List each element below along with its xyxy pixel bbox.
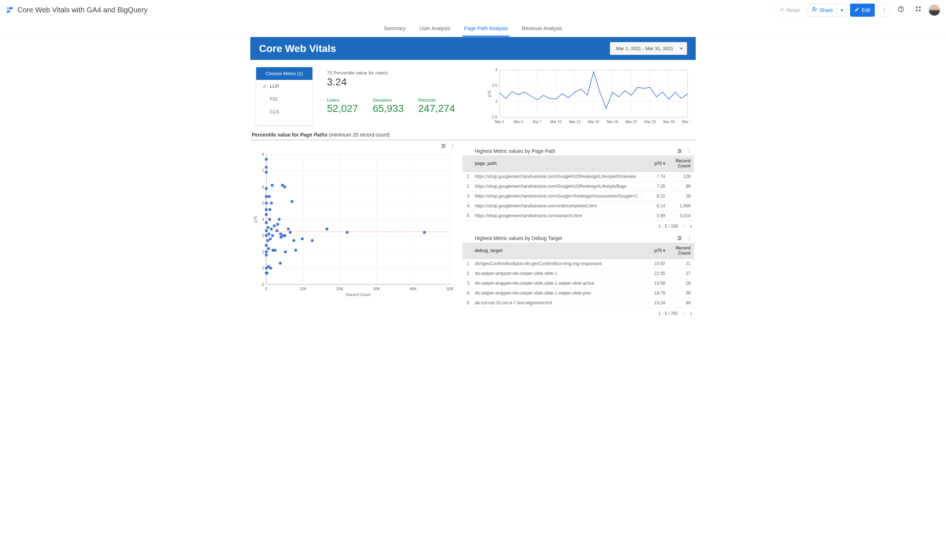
- tab-user-analysis[interactable]: User Analysis: [418, 21, 452, 37]
- more-menu-button[interactable]: ⋮: [878, 4, 891, 17]
- tab-page-path-analysis[interactable]: Page Path Analysis: [462, 21, 509, 37]
- pencil-icon: [854, 7, 860, 13]
- svg-text:2: 2: [262, 250, 264, 254]
- pager-prev[interactable]: ‹: [683, 223, 685, 229]
- svg-point-92: [274, 249, 276, 252]
- svg-point-134: [265, 158, 268, 160]
- pager-next[interactable]: ›: [690, 223, 692, 229]
- table-row[interactable]: 3. https://shop.googlemerchandisestore.c…: [462, 191, 694, 201]
- svg-point-113: [273, 225, 276, 227]
- svg-point-122: [268, 208, 271, 211]
- pager-next[interactable]: ›: [690, 310, 692, 317]
- table-row[interactable]: 2. div.swiper-wrapper>div.swiper-slide.s…: [462, 269, 694, 278]
- p75-scatter-chart: 012345678010K20K30K40K50Kp75Record Count: [252, 151, 454, 297]
- table-settings-icon[interactable]: [677, 148, 683, 155]
- svg-point-97: [266, 239, 269, 242]
- p75-timeseries-chart: 2.533.54Mar 1Mar 4Mar 7Mar 10Mar 13Mar 1…: [487, 67, 690, 125]
- svg-point-46: [442, 144, 444, 145]
- table-row[interactable]: 4. div.swiper-wrapper>div.swiper-slide.s…: [462, 288, 694, 298]
- svg-text:Mar 28: Mar 28: [663, 120, 675, 124]
- metric-option-cls[interactable]: CLS: [256, 105, 313, 118]
- svg-point-0: [7, 7, 9, 9]
- col-p75[interactable]: p75 ▾: [646, 155, 669, 172]
- svg-point-87: [279, 262, 282, 265]
- table-row[interactable]: 5. https://shop.googlemerchandisestore.c…: [462, 211, 694, 221]
- svg-point-132: [265, 171, 268, 174]
- edit-button[interactable]: Edit: [850, 4, 875, 17]
- svg-point-148: [679, 237, 680, 237]
- help-button[interactable]: [894, 3, 908, 17]
- table-row[interactable]: 4. https://shop.googlemerchandisestore.c…: [462, 201, 694, 211]
- table1-title: Highest Metric values by Page Path: [475, 148, 694, 154]
- svg-point-144: [678, 152, 679, 153]
- share-split-button[interactable]: Share ▾: [807, 4, 847, 17]
- svg-point-90: [267, 247, 270, 250]
- report-tabs: Summary User Analysis Page Path Analysis…: [0, 20, 946, 37]
- svg-point-126: [265, 195, 268, 198]
- percentile-label: 75 Percentile value for metric: [327, 70, 455, 75]
- metric-option-label: LCP: [270, 83, 279, 89]
- svg-point-135: [346, 231, 349, 234]
- svg-text:3: 3: [495, 99, 497, 103]
- col-record-count[interactable]: Record Count: [669, 155, 694, 172]
- svg-text:Mar 1: Mar 1: [495, 120, 504, 124]
- date-range-picker[interactable]: Mar 1, 2021 - Mar 31, 2021: [610, 42, 687, 55]
- share-dropdown-button[interactable]: ▾: [837, 4, 847, 16]
- svg-text:30K: 30K: [373, 286, 381, 291]
- table-row[interactable]: 1. div#geoConfirmBoxBack>div.geoConfirmB…: [462, 259, 694, 269]
- metric-option-fid[interactable]: FID: [256, 92, 313, 105]
- tab-summary[interactable]: Summary: [382, 21, 407, 37]
- svg-text:Mar 4: Mar 4: [514, 120, 523, 124]
- svg-point-96: [265, 244, 268, 247]
- col-p75[interactable]: p75 ▾: [645, 243, 669, 259]
- kpi-records-value: 247,274: [418, 103, 455, 114]
- col-record-count[interactable]: Record Count: [669, 243, 694, 259]
- top-bar: Core Web Vitals with GA4 and BigQuery ↶ …: [0, 0, 946, 20]
- svg-rect-1: [9, 7, 13, 9]
- svg-text:4: 4: [262, 217, 264, 222]
- chart-more-icon[interactable]: ⋮: [450, 143, 455, 150]
- svg-text:p75: p75: [487, 91, 491, 97]
- kpi-records-label: Records: [418, 97, 455, 103]
- svg-text:7: 7: [262, 169, 264, 173]
- svg-point-4: [813, 7, 815, 9]
- svg-point-101: [271, 234, 274, 237]
- metric-picker-header: Choose Metric (1): [256, 67, 313, 80]
- table-row[interactable]: 3. div.swiper-wrapper>div.swiper-slide.s…: [462, 278, 694, 288]
- svg-point-6: [901, 11, 901, 11]
- account-avatar[interactable]: [929, 5, 940, 16]
- svg-rect-10: [919, 10, 921, 12]
- svg-point-109: [311, 239, 314, 242]
- section-title: Percentile value for Page Paths (minimum…: [250, 125, 696, 140]
- chart-settings-icon[interactable]: [441, 143, 447, 150]
- more-vert-icon: ⋮: [882, 7, 887, 13]
- table-row[interactable]: 2. https://shop.googlemerchandisestore.c…: [462, 182, 694, 191]
- svg-text:10K: 10K: [299, 286, 307, 291]
- table-debug-target: ⋮ Highest Metric values by Debug Target …: [462, 235, 694, 319]
- table-row[interactable]: 5. div.col-md-10.col-xl-7.text-alignment…: [462, 298, 694, 308]
- svg-rect-3: [7, 10, 11, 12]
- metric-option-lcp[interactable]: ✓ LCP: [256, 80, 313, 92]
- table-more-icon[interactable]: ⋮: [687, 148, 692, 155]
- table-more-icon[interactable]: ⋮: [687, 235, 692, 242]
- sort-desc-icon: ▾: [663, 248, 665, 253]
- svg-point-136: [423, 231, 426, 234]
- svg-point-111: [267, 226, 270, 229]
- col-debug-target[interactable]: debug_target: [471, 243, 645, 259]
- svg-point-124: [270, 202, 273, 205]
- svg-point-118: [276, 223, 279, 226]
- svg-text:0: 0: [265, 286, 267, 291]
- col-page-path[interactable]: page_path: [471, 155, 646, 172]
- table-row[interactable]: 1. https://shop.googlemerchandisestore.c…: [462, 172, 694, 182]
- pager-range: 1 - 5 / 336: [658, 224, 678, 229]
- help-icon: [897, 5, 904, 14]
- apps-button[interactable]: [911, 3, 926, 17]
- share-button[interactable]: Share: [808, 4, 837, 16]
- svg-point-125: [291, 200, 294, 203]
- pager-prev[interactable]: ‹: [683, 310, 685, 317]
- table-settings-icon[interactable]: [677, 235, 683, 242]
- tab-revenue-analysis[interactable]: Revenue Analysis: [520, 21, 564, 37]
- reset-button[interactable]: ↶ Reset: [775, 4, 805, 17]
- table2-title: Highest Metric values by Debug Target: [475, 235, 694, 241]
- svg-rect-9: [916, 10, 918, 12]
